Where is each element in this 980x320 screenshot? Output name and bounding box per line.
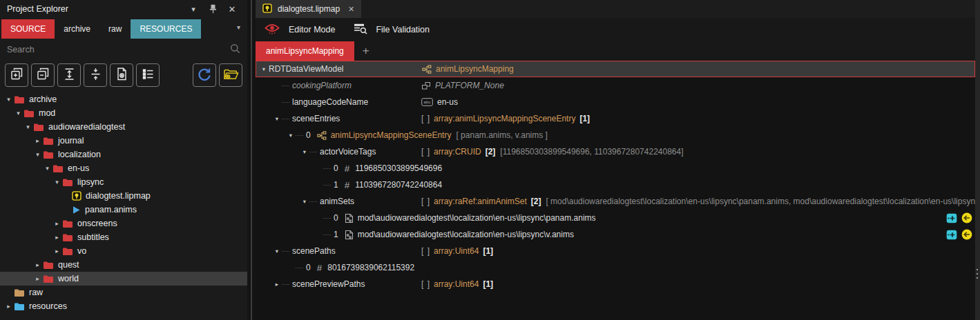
property-row-scenepreviewpaths[interactable]: ▸scenePreviewPaths[ ]array:Uint64[1] — [256, 276, 975, 292]
collapse-all-icon — [36, 67, 50, 83]
tree-expander-icon[interactable]: ▾ — [4, 96, 13, 103]
value-text: array:animLipsyncMappingSceneEntry — [434, 114, 575, 123]
add-chunk-tab-button[interactable]: + — [354, 41, 378, 61]
goto-file-button[interactable] — [961, 212, 972, 223]
splitter-grip-icon — [977, 269, 978, 270]
tree-expander-icon[interactable]: ▾ — [23, 123, 32, 130]
file-validation-icon[interactable] — [353, 23, 367, 37]
tree-guide-line — [296, 135, 303, 136]
tree-item-lipsync[interactable]: ▾lipsync — [0, 175, 247, 189]
property-row-sceneentries[interactable]: ▾sceneEntries[ ]array:animLipsyncMapping… — [256, 110, 975, 127]
search-input[interactable] — [7, 42, 225, 57]
tree-expander-icon[interactable]: ▾ — [43, 165, 52, 172]
editor-panel: dialogtest.lipmap ✕ Editor Mode File Val… — [256, 0, 975, 320]
property-row-index-1-7[interactable]: 1#1103967280742240864 — [256, 177, 975, 193]
property-name: languageCodeName — [292, 97, 368, 107]
property-row-cookingplatform[interactable]: cookingPlatformPLATFORM_None — [256, 77, 975, 94]
row-expander-icon[interactable]: ▾ — [272, 248, 282, 254]
hot-folder-button[interactable] — [219, 63, 242, 87]
right-panel-edge[interactable] — [975, 0, 980, 320]
row-expander-icon[interactable]: ▾ — [286, 132, 296, 139]
tree-item-audiowaredialogtest[interactable]: ▾audiowaredialogtest — [0, 120, 247, 134]
dropdown-caret-icon[interactable]: ▾ — [185, 2, 202, 16]
row-expander-icon[interactable]: ▾ — [300, 198, 309, 205]
close-icon[interactable]: ✕ — [224, 2, 240, 16]
import-asset-button[interactable] — [946, 230, 957, 240]
property-row-index-0-4[interactable]: ▾0animLipsyncMappingSceneEntry[ panam.an… — [256, 127, 975, 143]
tree-expander-icon[interactable]: ▸ — [33, 261, 42, 268]
row-expander-icon[interactable]: ▾ — [272, 115, 282, 122]
number-hash-icon: # — [317, 263, 323, 273]
property-value: #1196850303899549696 — [345, 163, 442, 174]
value-text: mod\audiowaredialogtest\localization\en-… — [358, 213, 596, 223]
tree-item-resources[interactable]: ▸resources — [0, 299, 247, 313]
list-view-button[interactable] — [136, 63, 160, 87]
file-validation-label[interactable]: File Validation — [376, 25, 430, 34]
collapse-all-button[interactable] — [31, 63, 55, 87]
row-expander-icon[interactable]: ▾ — [300, 148, 309, 155]
tree-item-mod[interactable]: ▾mod — [0, 106, 247, 120]
tab-archive[interactable]: archive — [55, 19, 99, 39]
refresh-button[interactable] — [193, 63, 216, 87]
tree-expander-icon[interactable]: ▾ — [33, 151, 42, 158]
number-hash-icon: # — [345, 163, 350, 174]
property-row-rdtdataviewmodel[interactable]: ▾RDTDataViewModelanimLipsyncMapping — [256, 61, 975, 77]
tree-expander-icon[interactable]: ▸ — [4, 303, 13, 310]
expand-all-button[interactable] — [5, 63, 28, 87]
tree-item-world[interactable]: ▸world — [0, 272, 247, 286]
tree-expander-icon[interactable]: ▸ — [52, 220, 61, 227]
value-text: 8016739839062115392 — [327, 263, 414, 272]
property-row-index-0-6[interactable]: 0#1196850303899549696 — [256, 160, 975, 177]
expand-node-button[interactable] — [57, 63, 81, 87]
tree-item-archive[interactable]: ▾archive — [0, 92, 247, 106]
tabs-overflow-caret-icon[interactable]: ▾ — [237, 23, 240, 31]
tree-item-panam.anims[interactable]: panam.anims — [0, 203, 247, 217]
tree-item-en-us[interactable]: ▾en-us — [0, 161, 247, 175]
array-brackets-icon: [ ] — [421, 114, 430, 123]
tree-item-quest[interactable]: ▸quest — [0, 258, 247, 272]
preview-file-button[interactable] — [110, 63, 133, 87]
tree-expander-icon[interactable]: ▸ — [52, 248, 61, 254]
tree-item-localization[interactable]: ▾localization — [0, 148, 247, 161]
tree-item-onscreens[interactable]: ▸onscreens — [0, 217, 247, 230]
project-explorer-toolbar — [0, 61, 247, 90]
tab-resources[interactable]: RESOURCES — [131, 19, 201, 39]
property-row-index-1-10[interactable]: 1mod\audiowaredialogtest\localization\en… — [256, 226, 975, 243]
panel-splitter[interactable] — [247, 0, 256, 320]
property-row-index-0-12[interactable]: 0#8016739839062115392 — [256, 259, 975, 276]
tree-item-journal[interactable]: ▸journal — [0, 134, 247, 148]
tab-close-icon[interactable]: ✕ — [348, 5, 354, 14]
row-expander-icon[interactable]: ▾ — [259, 66, 269, 72]
property-grid: ▾RDTDataViewModelanimLipsyncMappingcooki… — [256, 61, 975, 320]
tree-expander-icon[interactable]: ▸ — [33, 275, 42, 282]
tree-expander-icon[interactable]: ▾ — [14, 110, 23, 117]
row-expander-icon[interactable]: ▸ — [272, 281, 282, 288]
tree-item-dialogtest.lipmap[interactable]: dialogtest.lipmap — [0, 189, 247, 203]
editor-mode-label[interactable]: Editor Mode — [289, 25, 335, 34]
document-tabbar: dialogtest.lipmap ✕ — [256, 0, 975, 18]
goto-file-button[interactable] — [961, 229, 972, 240]
value-text: [1] — [483, 246, 493, 256]
tree-item-vo[interactable]: ▸vo — [0, 244, 247, 258]
row-actions — [946, 210, 972, 226]
array-brackets-icon: [ ] — [421, 197, 430, 206]
property-row-languagecodename[interactable]: languageCodeNameabcen-us — [256, 94, 975, 110]
collapse-node-button[interactable] — [84, 63, 107, 87]
property-row-index-0-9[interactable]: 0mod\audiowaredialogtest\localization\en… — [256, 210, 975, 226]
editor-mode-eye-icon[interactable] — [264, 23, 280, 37]
tree-expander-icon[interactable]: ▾ — [52, 179, 61, 186]
document-tab[interactable]: dialogtest.lipmap ✕ — [256, 0, 361, 18]
tab-raw[interactable]: raw — [99, 19, 131, 39]
pin-icon[interactable] — [204, 2, 221, 16]
tab-source[interactable]: SOURCE — [1, 19, 55, 39]
import-asset-button[interactable] — [946, 213, 957, 223]
property-row-scenepaths[interactable]: ▾scenePaths[ ]array:Uint64[1] — [256, 243, 975, 259]
tree-expander-icon[interactable]: ▸ — [33, 137, 42, 144]
expand-all-icon — [10, 67, 24, 83]
tree-item-subtitles[interactable]: ▸subtitles — [0, 230, 247, 244]
tree-expander-icon[interactable]: ▸ — [52, 234, 61, 241]
chunk-tab-animlipsyncmapping[interactable]: animLipsyncMapping — [256, 41, 354, 61]
property-row-animsets[interactable]: ▾animSets[ ]array:raRef:animAnimSet[2][ … — [256, 193, 975, 210]
property-row-actorvoicetags[interactable]: ▾actorVoiceTags[ ]array:CRUID[2][1196850… — [256, 143, 975, 160]
tree-item-raw[interactable]: raw — [0, 286, 247, 299]
